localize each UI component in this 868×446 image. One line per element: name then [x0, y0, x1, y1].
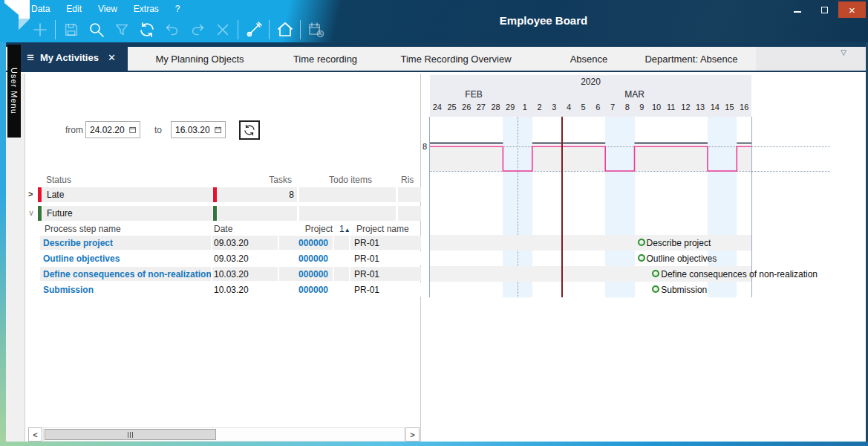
search-icon[interactable] — [86, 20, 106, 40]
redo-icon[interactable] — [187, 20, 207, 40]
group-label: Future — [47, 208, 73, 219]
chart-left-border — [429, 117, 430, 297]
tab-time-recording-overview[interactable]: Time Recording Overview — [393, 49, 518, 69]
tab-overflow-zone[interactable]: ▽ — [756, 47, 866, 71]
col-header-project[interactable]: Project — [279, 224, 333, 234]
gantt-days-row: 24252627282912345678910111213141516 — [422, 103, 866, 115]
project-link[interactable]: 000000 — [279, 251, 333, 265]
day-label: 25 — [445, 103, 460, 112]
menu-item-extras[interactable]: Extras — [134, 4, 159, 14]
dropdown-triangle-icon[interactable]: ▽ — [841, 49, 846, 56]
process-step-link[interactable]: Describe project — [40, 236, 211, 250]
tab-label: My Activities — [40, 52, 99, 63]
tab-absence[interactable]: Absence — [563, 49, 616, 69]
col-header-date[interactable]: Date — [214, 224, 232, 234]
refresh-icon[interactable] — [137, 20, 157, 40]
from-date-input[interactable]: 24.02.20 — [85, 121, 140, 138]
project-link[interactable]: 000000 — [279, 267, 333, 281]
col-header-risk[interactable]: Ris — [401, 175, 414, 185]
menu-item-edit[interactable]: Edit — [66, 4, 82, 14]
calendar-icon[interactable] — [129, 126, 136, 134]
project-link[interactable]: 000000 — [279, 282, 333, 297]
status-cell: Late — [42, 187, 212, 202]
toolbar-separator — [55, 20, 56, 39]
title-bar: Data Edit View Extras ? Employee Board — [0, 0, 868, 42]
day-label: 12 — [679, 103, 694, 112]
apply-refresh-button[interactable] — [239, 120, 260, 140]
col-header-tasks[interactable]: Tasks — [218, 175, 292, 185]
milestone-label: Submission — [661, 285, 707, 295]
milestone-icon[interactable] — [638, 254, 645, 262]
close-button[interactable]: × — [838, 1, 866, 18]
scrollbar-track[interactable] — [43, 427, 405, 442]
sort-cell — [334, 282, 349, 297]
milestone-label: Outline objectives — [647, 253, 717, 264]
table-row[interactable]: Describe project 09.03.20 000000 PR-01 — [27, 235, 421, 251]
tab-department-absence[interactable]: Department: Absence — [637, 49, 745, 69]
col-header-project-name[interactable]: Project name — [356, 224, 409, 234]
scroll-right-button[interactable]: > — [405, 427, 420, 442]
sort-asc-icon: ▲ — [345, 227, 350, 233]
milestone-icon[interactable] — [652, 285, 659, 293]
hamburger-icon[interactable]: ≡ — [27, 51, 34, 64]
table-row[interactable]: Submission 10.03.20 000000 PR-01 — [27, 282, 421, 297]
group-row-late[interactable]: > Late 8 — [27, 187, 421, 202]
day-label: 15 — [722, 103, 737, 112]
save-icon[interactable] — [61, 20, 81, 40]
day-label: 16 — [737, 103, 751, 112]
group-row-future[interactable]: ∨ Future — [27, 206, 421, 221]
table-row[interactable]: Outline objectives 09.03.20 000000 PR-01 — [27, 251, 421, 266]
maximize-button[interactable] — [811, 1, 838, 18]
day-label: 6 — [591, 103, 606, 112]
risk-cell — [398, 187, 421, 202]
month-label: MAR — [518, 89, 751, 100]
horizontal-scrollbar[interactable]: < > — [28, 427, 420, 442]
col-header-todo-items[interactable]: Todo items — [329, 175, 372, 185]
menu-item-help[interactable]: ? — [175, 4, 180, 14]
delete-icon[interactable] — [212, 20, 232, 40]
project-link[interactable]: 000000 — [279, 236, 333, 250]
day-label: 11 — [664, 103, 679, 112]
milestone-label: Define consequences of non-realization — [661, 269, 818, 279]
day-label: 3 — [546, 103, 561, 112]
sort-order-badge[interactable]: 1▲ — [339, 224, 350, 234]
tools-icon[interactable] — [244, 20, 264, 40]
minimize-button[interactable] — [783, 1, 811, 18]
user-menu-tab[interactable]: User Menu — [7, 45, 21, 138]
status-color-bar — [38, 187, 42, 202]
group-label: Late — [47, 190, 64, 200]
add-icon[interactable] — [30, 20, 50, 40]
home-icon[interactable] — [275, 20, 295, 40]
scrollbar-thumb[interactable] — [45, 429, 216, 440]
chevron-right-icon[interactable]: > — [28, 190, 33, 198]
chevron-down-icon[interactable]: ∨ — [28, 208, 34, 218]
process-step-link[interactable]: Outline objectives — [40, 251, 211, 265]
col-header-status[interactable]: Status — [46, 175, 71, 185]
tab-close-icon[interactable]: ✕ — [108, 52, 116, 63]
to-date-input[interactable]: 16.03.20 — [171, 121, 226, 138]
milestone-icon[interactable] — [638, 239, 645, 246]
table-row[interactable]: Define consequences of non-realization 1… — [27, 266, 421, 282]
tasks-cell — [218, 206, 297, 221]
sort-cell — [334, 251, 349, 265]
tab-my-planning-objects[interactable]: My Planning Objects — [148, 49, 251, 69]
col-header-process-step[interactable]: Process step name — [45, 224, 121, 234]
menu-item-view[interactable]: View — [98, 4, 117, 14]
day-label: 29 — [503, 103, 518, 112]
calendar-clock-icon[interactable] — [306, 20, 326, 40]
calendar-icon[interactable] — [215, 126, 221, 134]
risk-cell — [398, 206, 421, 221]
process-step-link[interactable]: Define consequences of non-realization — [40, 267, 211, 281]
tab-my-activities[interactable]: ≡ My Activities ✕ — [21, 42, 128, 72]
sort-cell — [334, 267, 349, 281]
process-step-link[interactable]: Submission — [40, 282, 211, 297]
undo-icon[interactable] — [162, 20, 182, 40]
day-label: 24 — [430, 103, 445, 112]
status-color-bar — [213, 187, 217, 202]
tab-time-recording[interactable]: Time recording — [286, 49, 365, 69]
filter-icon[interactable] — [111, 20, 131, 40]
menu-bar: Data Edit View Extras ? — [31, 4, 180, 14]
scroll-left-button[interactable]: < — [28, 427, 42, 442]
menu-item-data[interactable]: Data — [31, 4, 50, 14]
day-label: 1 — [518, 103, 532, 112]
